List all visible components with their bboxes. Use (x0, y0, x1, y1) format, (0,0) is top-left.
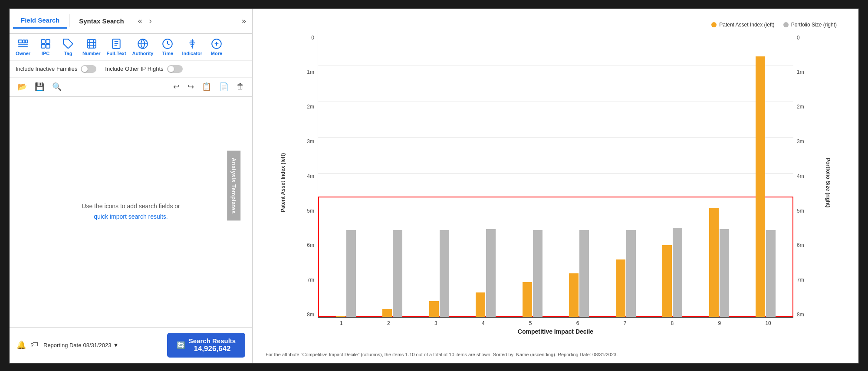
legend-gray: Portfolio Size (right) (783, 22, 837, 28)
tag-icon (62, 38, 74, 49)
time-label: Time (162, 51, 173, 56)
bar-group-8 (662, 228, 682, 317)
save-btn[interactable]: 💾 (33, 81, 46, 92)
bar-group-7 (616, 230, 636, 317)
chart-plot (318, 30, 793, 318)
number-label: Number (82, 51, 101, 56)
icon-number[interactable]: Number (82, 38, 101, 56)
y-axis-title-left: Patent Asset Index (left) (280, 153, 286, 212)
tab-field-search[interactable]: Field Search (13, 13, 67, 29)
nav-arrows: « › (135, 16, 155, 26)
legend-dot-gray (783, 22, 789, 27)
chart-layout: Patent Asset Index (left) 8m 7m 6m 5m 4m… (266, 17, 845, 335)
toggle-inactive-label: Include Inactive Families (16, 66, 77, 72)
tag-label: Tag (64, 51, 72, 56)
bar-orange-7 (616, 259, 625, 317)
time-icon (162, 38, 173, 49)
legend-area: Patent Asset Index (left) Portfolio Size… (711, 22, 837, 28)
bar-orange-10 (756, 56, 765, 317)
indicator-icon (187, 38, 198, 49)
bar-gray-7 (626, 230, 636, 317)
nav-right-btn[interactable]: › (147, 16, 155, 26)
bar-gray-8 (673, 228, 682, 317)
icon-indicator[interactable]: Indicator (182, 38, 202, 56)
svg-rect-1 (23, 40, 25, 43)
bar-gray-6 (579, 230, 589, 317)
bar-orange-9 (709, 208, 719, 317)
refresh-icon: 🔄 (177, 341, 185, 349)
number-icon (86, 38, 97, 49)
y-axis-labels-left: 8m 7m 6m 5m 4m 3m 2m 1m 0 (300, 30, 318, 335)
svg-rect-15 (112, 39, 120, 49)
bar-gray-10 (766, 230, 776, 317)
toggle-inactive-families[interactable]: Include Inactive Families (16, 65, 96, 73)
y-axis-title-right: Portfolio Size (right) (825, 158, 831, 207)
right-panel: Patent Asset Index (left) Portfolio Size… (253, 9, 858, 363)
bar-group-9 (709, 208, 729, 317)
paste-btn[interactable]: 📄 (217, 81, 230, 92)
bar-gray-9 (720, 229, 729, 317)
bar-group-4 (476, 229, 496, 317)
svg-rect-5 (41, 39, 45, 43)
bar-orange-4 (476, 292, 485, 317)
tab-divider (69, 14, 69, 27)
more-label: More (211, 51, 222, 56)
bell-icon[interactable]: 🔔 (16, 340, 26, 350)
copy-btn[interactable]: 📋 (200, 81, 213, 92)
ipc-label: IPC (42, 51, 49, 56)
left-panel: Field Search Syntax Search « › » Owner (10, 9, 253, 363)
owner-label: Owner (16, 51, 30, 56)
toggle-inactive-switch[interactable] (81, 65, 96, 73)
bar-gray-5 (533, 230, 542, 317)
quick-import-link[interactable]: quick import search results. (94, 213, 168, 220)
tag-bottom-icon[interactable]: 🏷 (30, 340, 38, 350)
owner-icon (17, 38, 29, 49)
icon-time[interactable]: Time (159, 38, 176, 56)
search-results-btn[interactable]: 🔄 Search Results 14,926,642 (167, 333, 245, 358)
nav-left-btn[interactable]: « (135, 16, 145, 26)
svg-rect-6 (46, 39, 50, 43)
authority-icon (137, 38, 148, 49)
icon-tag[interactable]: Tag (60, 38, 76, 56)
bar-group-10 (756, 56, 776, 317)
delete-btn[interactable]: 🗑 (235, 81, 246, 92)
icon-ipc[interactable]: IPC (37, 38, 54, 56)
date-chevron-icon[interactable]: ▼ (113, 342, 119, 348)
bar-orange-2 (382, 309, 392, 317)
search-results-text: Search Results 14,926,642 (189, 337, 236, 353)
undo-btn[interactable]: ↩ (171, 81, 181, 92)
icon-more[interactable]: More (208, 38, 225, 56)
toggles-row: Include Inactive Families Include Other … (10, 61, 252, 78)
svg-rect-7 (41, 44, 45, 48)
bar-orange-8 (662, 245, 672, 317)
bar-group-5 (523, 230, 542, 317)
collapse-btn[interactable]: » (239, 16, 249, 26)
search-results-count: 14,926,642 (194, 345, 230, 353)
icon-owner[interactable]: Owner (15, 38, 31, 56)
bar-group-6 (569, 230, 589, 317)
toggle-other-ip-switch[interactable] (167, 65, 183, 73)
icon-fulltext[interactable]: Full-Text (107, 38, 126, 56)
y-title-left-container: Patent Asset Index (left) (266, 30, 300, 335)
bar-gray-2 (393, 230, 402, 317)
x-axis-title: Competitive Impact Decile (318, 328, 793, 335)
bar-group-2 (382, 230, 402, 317)
legend-orange: Patent Asset Index (left) (711, 22, 774, 28)
bar-gray-1 (346, 230, 356, 317)
reporting-date-group: Reporting Date 08/31/2023 ▼ (43, 342, 118, 348)
toggle-other-ip[interactable]: Include Other IP Rights (105, 65, 182, 73)
bar-orange-3 (429, 301, 439, 317)
analysis-templates-tab[interactable]: Analysis Templates (227, 151, 240, 220)
redo-btn[interactable]: ↪ (186, 81, 196, 92)
svg-rect-8 (46, 44, 50, 48)
open-btn[interactable]: 📂 (16, 81, 29, 92)
action-toolbar: 📂 💾 🔍 ↩ ↪ 📋 📄 🗑 (10, 78, 252, 97)
icon-authority[interactable]: Authority (132, 38, 154, 56)
search-btn[interactable]: 🔍 (50, 81, 63, 92)
tab-syntax-search[interactable]: Syntax Search (71, 14, 132, 28)
main-container: Field Search Syntax Search « › » Owner (9, 8, 859, 364)
search-content: Use the icons to add search fields or qu… (10, 97, 252, 327)
chart-body: 1 2 3 4 5 6 7 8 9 10 Competitive Impact … (318, 30, 793, 335)
bar-orange-1 (336, 316, 345, 317)
search-results-label: Search Results (189, 337, 236, 345)
